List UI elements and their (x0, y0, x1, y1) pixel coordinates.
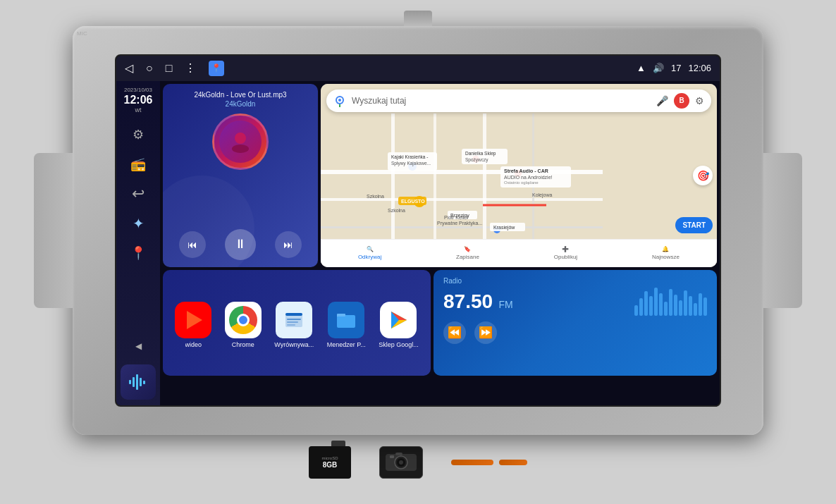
status-right-group: ▲ 🔊 17 12:06 (637, 63, 711, 73)
start-navigation-button[interactable]: START (675, 217, 713, 233)
svg-text:Piotr Keller: Piotr Keller (444, 215, 469, 220)
playstore-app-icon (380, 302, 417, 338)
svg-rect-51 (337, 314, 345, 316)
map-settings-icon[interactable]: ⚙ (695, 95, 704, 106)
svg-text:AUDIO na Androidzie!: AUDIO na Androidzie! (504, 175, 553, 180)
radio-card: Radio 87.50 FM ⏪ ⏩ (434, 270, 717, 376)
status-bar: ◁ ○ □ ⋮ 📍 ▲ 🔊 17 12:06 (116, 56, 720, 81)
album-art (212, 113, 269, 170)
sidebar-bottom: ◀ (121, 333, 156, 400)
svg-rect-50 (337, 315, 355, 328)
svg-text:Kajaki Krasieńka -: Kajaki Krasieńka - (391, 154, 428, 160)
recent-nav-icon[interactable]: □ (166, 62, 173, 75)
svg-rect-4 (143, 381, 145, 384)
map-search-bar[interactable]: Wyszukaj tutaj 🎤 B ⚙ (326, 90, 711, 112)
music-controls: ⏮ ⏸ ⏭ (170, 229, 311, 260)
radio-wave-bar (659, 293, 663, 316)
svg-text:Szkolna: Szkolna (388, 208, 405, 213)
app-item-files[interactable]: Menedzer P... (327, 302, 366, 348)
radio-wave-bar (634, 305, 638, 316)
app-item-video[interactable]: wideo (175, 302, 211, 348)
sd-card-label: microSD 8GB (321, 455, 338, 469)
accessories-row: microSD 8GB (309, 446, 527, 479)
bluetooth-sidebar-icon[interactable]: ✦ (125, 211, 151, 236)
radio-wave-bar (639, 298, 643, 316)
back-nav-icon[interactable]: ◁ (125, 61, 133, 75)
map-mic-icon[interactable]: 🎤 (656, 95, 668, 106)
map-user-avatar[interactable]: B (674, 93, 689, 109)
radio-wave-bar (644, 291, 648, 316)
left-sidebar: MIC 2023/10/03 12:06 wt ⚙ 📻 ↩ ✦ 📍 ◀ (116, 81, 160, 405)
radio-wave-bar (674, 295, 677, 316)
radio-wave-bar (679, 300, 682, 316)
location-sidebar-icon[interactable]: 📍 (125, 240, 151, 266)
wyrownywarka-app-label: Wyrównywa... (274, 341, 314, 348)
maps-logo-icon (333, 94, 346, 107)
volume-icon: 🔊 (653, 63, 664, 73)
music-wave-widget[interactable] (121, 364, 156, 400)
svg-text:Spożywczy: Spożywczy (465, 157, 488, 163)
camera-wrapper (379, 446, 423, 479)
radio-band: FM (499, 299, 513, 310)
menu-nav-icon[interactable]: ⋮ (185, 61, 196, 75)
play-pause-button[interactable]: ⏸ (225, 229, 256, 260)
apps-grid: wideo Chrome (168, 278, 425, 371)
map-nav-najnowsze[interactable]: 🔔 Najnowsze (652, 246, 680, 260)
radio-controls: ⏪ ⏩ (443, 321, 707, 344)
svg-text:Spływy Kajakowe...: Spływy Kajakowe... (391, 161, 431, 166)
music-player-card: 24kGoldn - Love Or Lust.mp3 24kGoldn (163, 84, 318, 267)
radio-prev-button[interactable]: ⏪ (443, 321, 466, 344)
settings-sidebar-icon[interactable]: ⚙ (125, 122, 151, 147)
map-nav-opublikuj[interactable]: ➕ Opublikuj (554, 246, 577, 260)
radio-sidebar-icon[interactable]: 📻 (125, 152, 151, 177)
video-app-label: wideo (185, 341, 202, 348)
app-item-playstore[interactable]: Sklep Googl... (379, 302, 419, 348)
sidebar-time-section: 2023/10/03 12:06 wt (124, 87, 153, 113)
radio-next-button[interactable]: ⏩ (474, 321, 497, 344)
svg-rect-0 (129, 380, 131, 384)
screen: ◁ ○ □ ⋮ 📍 ▲ 🔊 17 12:06 (115, 54, 721, 407)
svg-rect-14 (434, 113, 436, 239)
svg-point-55 (399, 460, 403, 465)
wyrownywarka-app-icon (276, 302, 312, 338)
sidebar-extra-icon[interactable]: ◀ (125, 333, 151, 359)
back-sidebar-icon[interactable]: ↩ (125, 181, 151, 207)
svg-text:Prywatne Praktyka...: Prywatne Praktyka... (437, 221, 482, 226)
svg-text:Strefa Audio - CAR: Strefa Audio - CAR (504, 168, 548, 173)
sd-card-wrapper: microSD 8GB (309, 446, 351, 479)
home-nav-icon[interactable]: ○ (146, 62, 153, 75)
svg-point-6 (232, 145, 249, 153)
svg-rect-46 (285, 313, 302, 316)
map-nav-odkrywaj[interactable]: 🔍 Odkrywaj (358, 246, 381, 260)
svg-rect-57 (390, 455, 394, 458)
radio-wave-bar (694, 303, 697, 316)
maps-shortcut-icon[interactable]: 📍 (209, 61, 224, 76)
right-content-area: 24kGoldn - Love Or Lust.mp3 24kGoldn (160, 81, 720, 405)
main-content: MIC 2023/10/03 12:06 wt ⚙ 📻 ↩ ✦ 📍 ◀ (116, 81, 720, 405)
chrome-app-label: Chrome (232, 341, 254, 348)
video-app-icon (175, 302, 211, 338)
svg-text:Ostatnio oglądane: Ostatnio oglądane (504, 180, 539, 185)
radio-wave-bar (654, 288, 658, 316)
map-bottom-nav: 🔍 Odkrywaj 🔖 Zapisane ➕ (321, 239, 717, 267)
prev-button[interactable]: ⏮ (179, 231, 206, 258)
svg-text:Krasiejów: Krasiejów (493, 225, 515, 231)
radio-wave-bar (664, 302, 668, 316)
music-title: 24kGoldn - Love Or Lust.mp3 (170, 91, 311, 99)
wifi-icon: ▲ (637, 63, 646, 73)
map-nav-zapisane[interactable]: 🔖 Zapisane (456, 246, 479, 260)
nav-icons-group: ◁ ○ □ ⋮ 📍 (125, 61, 224, 76)
map-search-placeholder[interactable]: Wyszukaj tutaj (352, 96, 651, 106)
svg-text:Danielka Sklep: Danielka Sklep (465, 151, 496, 156)
music-artist: 24kGoldn (170, 100, 311, 108)
app-item-chrome[interactable]: Chrome (225, 302, 262, 348)
files-app-icon (328, 302, 364, 338)
svg-rect-12 (321, 226, 603, 228)
app-item-wyrownywarka[interactable]: Wyrównywa... (274, 302, 314, 348)
svg-rect-47 (287, 319, 301, 320)
radio-wave-bar (649, 296, 653, 316)
radio-wave-bar (699, 293, 702, 316)
location-target-button[interactable]: 🎯 (693, 166, 713, 185)
next-button[interactable]: ⏭ (275, 231, 302, 258)
svg-text:Szkolna: Szkolna (367, 194, 384, 199)
